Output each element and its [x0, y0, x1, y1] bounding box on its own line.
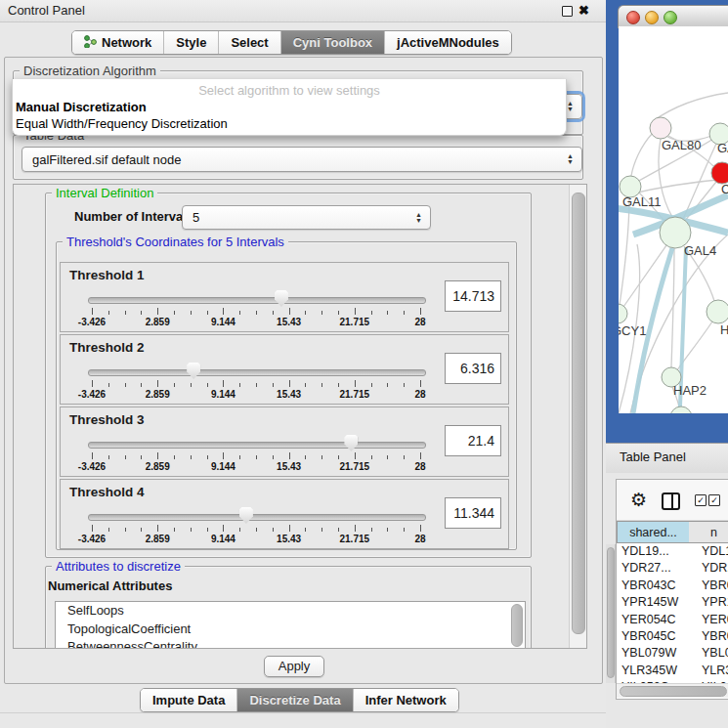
tab-impute-data[interactable]: Impute Data — [141, 689, 237, 711]
table-row[interactable]: YBR043CYBR0 — [617, 578, 728, 594]
tick-mark — [256, 455, 257, 459]
column-header-name[interactable]: n — [689, 521, 728, 543]
tick-mark — [239, 528, 240, 532]
tick-mark — [289, 525, 290, 532]
tick-label: -3.426 — [67, 389, 116, 400]
zoom-traffic-light[interactable] — [664, 11, 677, 24]
apply-button[interactable]: Apply — [264, 656, 324, 677]
table-row[interactable]: YDR27...YDR2 — [617, 560, 728, 577]
tick-mark — [92, 380, 93, 387]
tick-mark — [141, 455, 142, 459]
table-data-combobox[interactable]: galFiltered.sif default node ▲▼ — [21, 147, 582, 172]
numerical-attributes-list[interactable]: SelfLoopsTopologicalCoefficientBetweenne… — [55, 601, 526, 649]
table-row[interactable]: YBL079WYBL0 — [617, 645, 728, 662]
settings-scrollbar-track[interactable] — [569, 185, 587, 648]
node-label-gal4: GAL4 — [684, 243, 716, 258]
tick-mark — [256, 528, 257, 532]
split-view-icon[interactable] — [662, 492, 680, 510]
tick-mark — [404, 383, 405, 387]
tick-mark — [108, 528, 109, 532]
settings-scrollbar-thumb[interactable] — [572, 193, 585, 634]
interval-group-title: Interval Definition — [52, 186, 157, 200]
minimize-traffic-light[interactable] — [645, 11, 659, 24]
tick-label: 15.43 — [265, 534, 314, 544]
tick-mark — [371, 528, 372, 532]
gear-icon[interactable]: ⚙ — [630, 491, 647, 509]
column-header-shared-name[interactable]: shared... — [617, 521, 690, 543]
bottom-divider — [0, 712, 606, 713]
tick-mark — [207, 383, 208, 387]
tick-mark — [273, 383, 274, 387]
close-traffic-light[interactable] — [626, 11, 640, 24]
close-icon[interactable]: ✖ — [578, 2, 589, 20]
tick-mark — [157, 452, 158, 459]
tab-cyni-toolbox[interactable]: Cyni Toolbox — [281, 31, 385, 54]
tick-mark — [174, 455, 175, 459]
node-label-gal80: GAL80 — [662, 138, 701, 152]
slider-track[interactable] — [88, 297, 426, 304]
slider-track[interactable] — [88, 442, 426, 449]
tick-mark — [305, 455, 306, 459]
table-row[interactable]: YDL19...YDL1 — [617, 543, 728, 560]
list-scrollbar-thumb[interactable] — [511, 604, 523, 647]
num-intervals-value: 5 — [193, 210, 199, 225]
slider-track[interactable] — [88, 369, 426, 376]
checkbox-icon[interactable]: ✓ — [708, 494, 720, 506]
network-node[interactable] — [619, 304, 627, 323]
threshold-value-field[interactable]: 21.4 — [445, 425, 501, 456]
table-row[interactable]: YPR145WYPR1 — [617, 594, 728, 611]
tab-jactivemnodules[interactable]: jActiveMNodules — [385, 31, 511, 54]
tab-network[interactable]: Network — [72, 31, 164, 54]
tick-mark — [92, 452, 93, 459]
slider-thumb[interactable] — [275, 290, 288, 307]
tick-label: 2.859 — [133, 461, 182, 472]
table-side-scrollbar-thumb[interactable] — [607, 547, 615, 678]
attribute-item-selfloops[interactable]: SelfLoops — [56, 602, 525, 621]
table-data-value: galFiltered.sif default node — [32, 152, 181, 167]
tick-mark — [338, 311, 339, 315]
threshold-panel-2: Threshold 2-3.4262.8599.14415.4321.71528… — [60, 334, 509, 405]
cell-shared-name: YBL079W — [617, 645, 694, 662]
network-node[interactable] — [711, 162, 728, 184]
threshold-value-field[interactable]: 11.344 — [445, 497, 501, 529]
slider-thumb[interactable] — [344, 435, 358, 451]
threshold-value-field[interactable]: 14.713 — [445, 280, 501, 312]
tick-label: 21.715 — [330, 461, 379, 472]
popup-item-equal-width-frequency-discretization[interactable]: Equal Width/Frequency Discretization — [13, 115, 566, 132]
table-hscrollbar-track[interactable] — [617, 683, 728, 698]
threshold-value-field[interactable]: 6.316 — [445, 353, 501, 384]
network-node[interactable] — [670, 407, 692, 413]
threshold-label: Threshold 2 — [69, 340, 145, 355]
float-window-icon[interactable] — [562, 6, 573, 17]
num-intervals-combobox[interactable]: 5 ▲▼ — [182, 205, 431, 230]
attribute-item-topologicalcoefficient[interactable]: TopologicalCoefficient — [56, 621, 525, 639]
slider-thumb[interactable] — [187, 363, 200, 379]
table-hscrollbar-thumb[interactable] — [620, 686, 727, 697]
tab-select[interactable]: Select — [219, 31, 280, 54]
node-label-hap2: HAP2 — [673, 383, 707, 398]
cell-name: YPR1 — [694, 594, 728, 611]
table-row[interactable]: YBR045CYBR0 — [617, 628, 728, 645]
tick-mark — [157, 380, 158, 387]
popup-item-manual-discretization[interactable]: Manual Discretization — [13, 99, 566, 115]
slider-track[interactable] — [88, 514, 426, 521]
checkbox-icon[interactable]: ✓ — [695, 494, 707, 506]
tick-mark — [207, 311, 208, 315]
table-row[interactable]: YLR345WYLR3 — [617, 663, 728, 679]
tick-mark — [191, 383, 192, 387]
network-window-titlebar[interactable] — [618, 5, 728, 28]
table-row[interactable]: YER054CYER0 — [617, 612, 728, 628]
tick-mark — [256, 383, 257, 387]
node-label-gal11: GAL11 — [622, 194, 662, 209]
tab-style[interactable]: Style — [164, 31, 219, 54]
network-view-canvas[interactable]: GAL80GACGAL11GAL4GCY1HHAP2 — [619, 26, 728, 413]
network-node[interactable] — [650, 117, 671, 139]
slider-thumb[interactable] — [239, 507, 253, 524]
table-side-scrollbar-track[interactable] — [606, 544, 616, 683]
attribute-item-betweennesscentrality[interactable]: BetweennessCentrality — [56, 638, 525, 649]
algorithm-dropdown-popup: Select algorithm to view settings Manual… — [12, 79, 567, 136]
tab-infer-network[interactable]: Infer Network — [354, 689, 458, 711]
tab-discretize-data[interactable]: Discretize Data — [237, 689, 353, 711]
network-node[interactable] — [707, 300, 728, 323]
node-label-ga: GA — [717, 141, 728, 155]
